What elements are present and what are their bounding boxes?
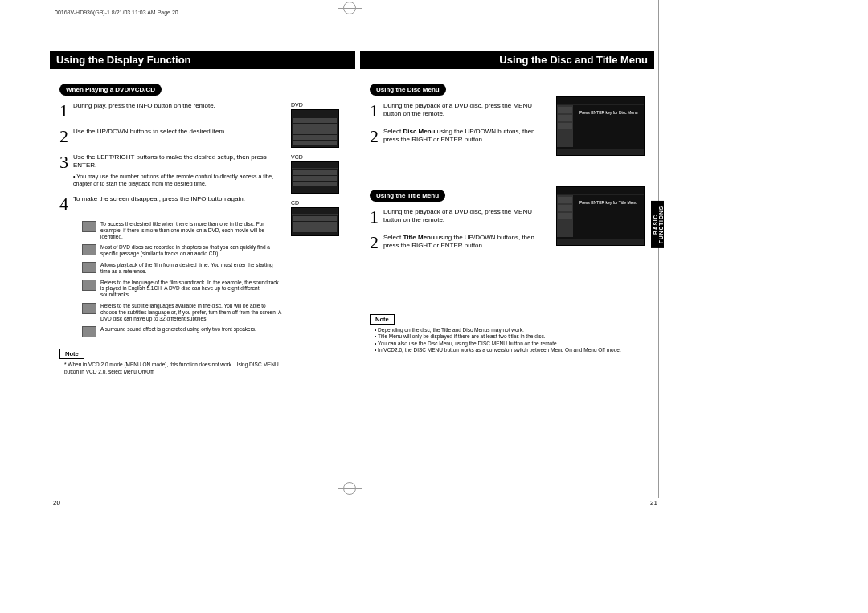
print-file-header: 00168V-HD936(GB)-1 8/21/03 11:03 AM Page… [55,10,178,15]
step-3: 3 Use the LEFT/RIGHT buttons to make the… [59,153,283,187]
step-2: 2 Use the UP/DOWN buttons to select the … [59,128,283,145]
page-title-right: Using the Disc and Title Menu [360,51,654,69]
note-bullet: Title Menu will only be displayed if the… [375,333,645,340]
step-subtext: • You may use the number buttons of the … [73,173,283,187]
page-left: Using the Display Function When Playing … [50,44,355,478]
shot-label-dvd: DVD [291,102,346,108]
time-icon [82,262,96,273]
page-number-right: 21 [650,499,657,506]
picto-desc: Refers to the language of the film sound… [100,280,283,298]
subhead-disc-menu: Using the Disc Menu [370,84,446,96]
note-text-right: Depending on the disc, the Title and Dis… [370,327,645,354]
subhead-playing: When Playing a DVD/VCD/CD [59,84,162,96]
sound-icon [82,326,96,337]
disc-menu-screenshot: Press ENTER key for Disc Menu [556,96,645,156]
step-num: 2 [370,128,379,145]
step-text: During play, press the INFO button on th… [73,102,215,120]
picto-desc: Refers to the subtitle languages availab… [100,303,283,321]
cd-info-screenshot [291,207,339,236]
side-tab-basic-functions: BASIC FUNCTIONS [651,201,664,248]
disc-step-1: 1 During the playback of a DVD disc, pre… [370,102,547,120]
step-text: During the playback of a DVD disc, press… [383,102,547,120]
crop-mark-top [338,0,362,20]
step-num: 3 [59,153,68,187]
step-4: 4 To make the screen disappear, press th… [59,195,283,213]
picto-desc: Allows playback of the film from a desir… [100,262,283,275]
page-right: Using the Disc and Title Menu Using the … [355,44,661,478]
picto-chapter: Most of DVD discs are recorded in chapte… [82,244,283,257]
title-menu-shot-msg: Press ENTER key for Title Menu [579,200,637,206]
picto-title: To access the desired title when there i… [82,221,283,239]
note-bullet: You can also use the Disc Menu, using th… [375,341,645,347]
step-num: 1 [59,102,68,120]
step-text: Use the UP/DOWN buttons to select the de… [73,128,226,145]
picto-time: Allows playback of the film from a desir… [82,262,283,275]
picto-desc: Most of DVD discs are recorded in chapte… [100,244,283,257]
step-num: 1 [370,208,379,226]
picto-sound: A surround sound effect is generated usi… [82,326,283,337]
step-num: 2 [370,234,379,251]
left-side-column: DVD VCD CD [291,102,346,375]
picto-desc: A surround sound effect is generated usi… [100,326,256,337]
step-text: During the playback of a DVD disc, press… [383,208,547,226]
step-num: 4 [59,195,68,213]
note-bullet: In VCD2.0, the DISC MENU button works as… [375,347,645,353]
title-step-2: 2 Select Title Menu using the UP/DOWN bu… [370,234,547,251]
picto-audio: Refers to the language of the film sound… [82,280,283,298]
dvd-info-screenshot [291,109,339,148]
picto-subtitle: Refers to the subtitle languages availab… [82,303,283,321]
subtitle-icon [82,303,96,314]
note-text-left: * When in VCD 2.0 mode (MENU ON mode), t… [59,362,283,375]
step-text: Use the LEFT/RIGHT buttons to make the d… [73,153,283,187]
note-bullet: Depending on the disc, the Title and Dis… [375,327,645,333]
page-number-left: 20 [53,499,60,506]
disc-step-2: 2 Select Disc Menu using the UP/DOWN but… [370,128,547,145]
title-icon [82,221,96,232]
subhead-title-menu: Using the Title Menu [370,190,445,202]
shot-label-cd: CD [291,200,346,206]
page-title-left: Using the Display Function [50,51,355,69]
picto-list: To access the desired title when there i… [59,221,283,337]
note-box-right: Note [370,314,395,325]
note-box-left: Note [59,349,84,359]
disc-menu-shot-msg: Press ENTER key for Disc Menu [579,110,638,116]
step-text: Select Title Menu using the UP/DOWN butt… [383,234,547,251]
step-text: Select Disc Menu using the UP/DOWN butto… [383,128,547,145]
left-main-column: 1 During play, press the INFO button on … [59,102,283,375]
page-spread: Using the Display Function When Playing … [50,44,661,478]
crop-mark-bottom [338,476,362,501]
shot-label-vcd: VCD [291,154,346,160]
vcd-info-screenshot [291,161,339,194]
title-menu-screenshot: Press ENTER key for Title Menu [556,186,645,246]
chapter-icon [82,244,96,255]
step-num: 2 [59,128,68,145]
audio-icon [82,280,96,291]
step-1: 1 During play, press the INFO button on … [59,102,283,120]
step-text: To make the screen disappear, press the … [73,195,245,213]
step-num: 1 [370,102,379,120]
title-step-1: 1 During the playback of a DVD disc, pre… [370,208,547,226]
title-menu-block: Using the Title Menu 1 During the playba… [370,186,645,260]
disc-menu-block: Using the Disc Menu 1 During the playbac… [370,80,645,164]
picto-desc: To access the desired title when there i… [100,221,283,239]
